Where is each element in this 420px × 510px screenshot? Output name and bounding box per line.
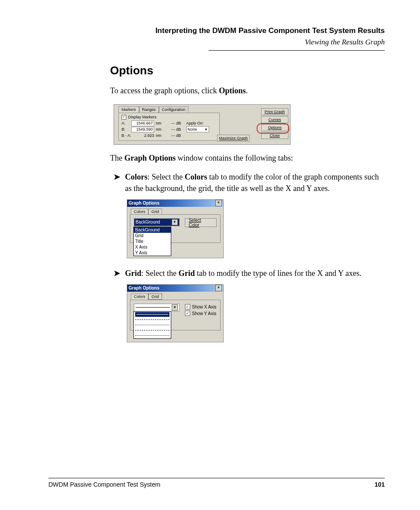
- graph-options-colors-dialog: Graph Options × Colors Grid BackGround ▼…: [127, 199, 224, 258]
- mid-post: window contains the following tabs:: [176, 154, 293, 162]
- rowBA-label: B - A:: [122, 133, 132, 138]
- intro-bold: Options: [219, 86, 246, 95]
- tab-grid[interactable]: Grid: [148, 294, 162, 300]
- arrow-icon: ➤: [114, 268, 125, 279]
- dialog-title: Graph Options: [129, 286, 159, 290]
- rowA-apply: Apply On:: [186, 121, 204, 125]
- page-header: Interpreting the DWDM Passive Component …: [48, 26, 385, 35]
- rowBA-db: --- dB: [171, 133, 181, 138]
- colors-t1: : Select the: [147, 172, 184, 181]
- rowA-unit: nm: [156, 121, 162, 125]
- rowA-label: A:: [122, 121, 129, 125]
- rowBA-unit: nm: [156, 133, 162, 138]
- chevron-down-icon: ▼: [172, 305, 178, 311]
- list-item[interactable]: Grid: [134, 233, 171, 238]
- show-y-checkbox[interactable]: [185, 311, 190, 316]
- list-item[interactable]: [135, 312, 169, 317]
- tab-grid[interactable]: Grid: [148, 209, 162, 214]
- tab-colors[interactable]: Colors: [131, 209, 148, 214]
- maximize-graph-button[interactable]: Maximize Graph: [217, 135, 250, 142]
- mid-text: The Graph Options window contains the fo…: [110, 153, 385, 164]
- show-x-label: Show X Axis: [192, 304, 217, 310]
- tab-configuration[interactable]: Configuration: [159, 106, 189, 113]
- colors-b2: Colors: [184, 172, 207, 181]
- list-item[interactable]: [135, 317, 169, 322]
- line-preview-icon: [136, 307, 170, 308]
- page-subheader: Viewing the Results Graph: [48, 38, 385, 47]
- mid-pre: The: [110, 154, 124, 162]
- curves-button[interactable]: Curves: [261, 116, 288, 123]
- tab-colors[interactable]: Colors: [131, 294, 148, 300]
- tab-markers[interactable]: Markers: [118, 106, 139, 113]
- list-item[interactable]: [135, 323, 169, 327]
- grid-b1: Grid: [125, 269, 141, 278]
- list-item[interactable]: X Axis: [134, 244, 171, 250]
- rowB-unit: nm: [156, 127, 162, 132]
- list-item[interactable]: Title: [134, 238, 171, 244]
- rowB-value[interactable]: 1549.590: [131, 127, 154, 132]
- show-y-label: Show Y Axis: [192, 310, 216, 317]
- display-markers-label: Display Markers: [128, 115, 157, 119]
- apply-on-value: None: [188, 127, 197, 132]
- rowBA-value: 2.923: [134, 133, 154, 138]
- list-item[interactable]: [135, 333, 169, 338]
- list-item[interactable]: [135, 328, 169, 333]
- chevron-down-icon: ▼: [204, 128, 208, 132]
- color-target-dropdown[interactable]: BackGround Grid Title X Axis Y Axis: [133, 227, 171, 256]
- rowA-db: --- dB: [171, 121, 181, 125]
- tab-ranges[interactable]: Ranges: [139, 106, 159, 113]
- graph-options-grid-dialog: Graph Options × Colors Grid ▼ Show X Axi…: [127, 284, 224, 342]
- page-number: 101: [375, 481, 385, 488]
- show-x-checkbox[interactable]: [185, 304, 190, 309]
- color-target-combo[interactable]: BackGround ▼: [134, 218, 180, 226]
- rowA-value[interactable]: 1546.667: [131, 121, 154, 126]
- options-highlight-circle: [257, 123, 289, 134]
- chevron-down-icon: ▼: [172, 219, 178, 225]
- rowB-label: B:: [122, 127, 129, 132]
- grid-t2: tab to modify the type of lines for the …: [195, 269, 362, 278]
- grid-b2: Grid: [179, 269, 195, 278]
- options-toolbar-screenshot: Markers Ranges Configuration Display Mar…: [114, 104, 291, 145]
- header-rule: [209, 50, 385, 51]
- grid-t1: : Select the: [141, 269, 178, 278]
- line-style-dropdown[interactable]: [133, 311, 171, 339]
- select-color-button[interactable]: Select Color: [185, 218, 217, 227]
- colors-bullet: Colors: Select the Colors tab to modify …: [125, 172, 385, 194]
- mid-bold: Graph Options: [124, 154, 176, 162]
- arrow-icon: ➤: [114, 172, 125, 194]
- section-heading: Options: [110, 64, 385, 77]
- intro-post: .: [246, 86, 248, 95]
- display-markers-checkbox[interactable]: [122, 115, 126, 120]
- close-icon[interactable]: ×: [215, 285, 222, 291]
- grid-bullet: Grid: Select the Grid tab to modify the …: [125, 268, 385, 279]
- apply-on-select[interactable]: None ▼: [186, 126, 209, 132]
- print-graph-button[interactable]: Print Graph: [261, 108, 288, 115]
- color-target-value: BackGround: [136, 220, 160, 224]
- intro-text: To access the graph options, click Optio…: [110, 85, 385, 96]
- line-style-combo[interactable]: ▼: [134, 304, 180, 312]
- close-icon[interactable]: ×: [215, 200, 222, 206]
- list-item[interactable]: BackGround: [134, 227, 171, 233]
- colors-b1: Colors: [125, 172, 147, 181]
- footer-left: DWDM Passive Component Test System: [48, 481, 160, 488]
- dialog-title: Graph Options: [129, 201, 159, 205]
- intro-pre: To access the graph options, click: [110, 86, 219, 95]
- list-item[interactable]: Y Axis: [134, 250, 171, 256]
- rowB-db: --- dB: [171, 127, 181, 132]
